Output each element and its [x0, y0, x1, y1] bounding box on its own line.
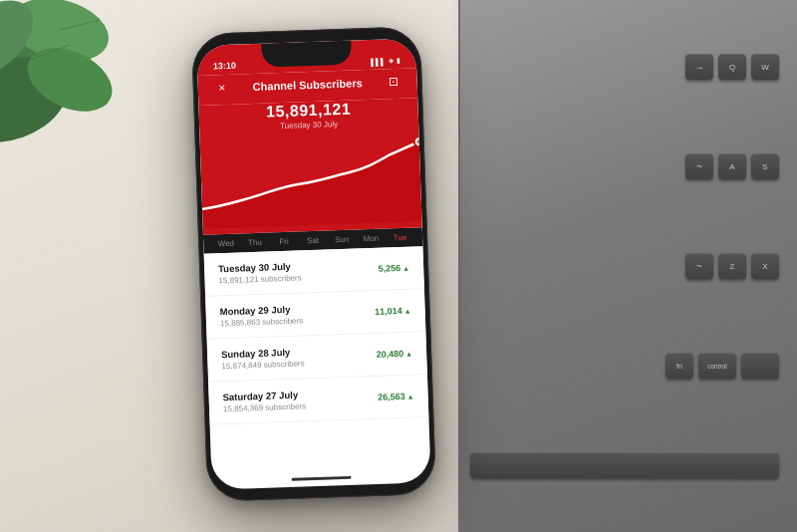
key-row-2: ~ A S — [470, 120, 787, 213]
list-item[interactable]: Monday 29 July 15,885,863 subscribers 11… — [205, 289, 425, 340]
key-tilde[interactable]: ~ — [685, 153, 713, 179]
chart-svg — [200, 132, 422, 229]
day-label-thu: Thu — [240, 238, 269, 248]
phone: 13:10 ▌▌▌ ◈ ▮ × Channel Subscribers ⊡ — [191, 26, 436, 502]
key-row-3: ~ Z X — [470, 219, 787, 313]
status-time: 13:10 — [213, 61, 236, 72]
phone-body: 13:10 ▌▌▌ ◈ ▮ × Channel Subscribers ⊡ — [191, 26, 436, 502]
close-button[interactable]: × — [212, 81, 232, 96]
list-item[interactable]: Sunday 28 July 15,874,849 subscribers 20… — [207, 332, 427, 383]
laptop-keyboard: → Q W ~ A S ~ Z X fn — [458, 0, 797, 532]
day-label-tue: Tue — [386, 232, 414, 242]
phone-notch — [261, 41, 352, 68]
key-row-5 — [470, 418, 787, 512]
key-spacebar[interactable] — [470, 452, 779, 478]
key-option[interactable] — [741, 353, 779, 379]
key-q[interactable]: Q — [718, 54, 746, 80]
item-left-3: Saturday 27 July 15,854,369 subscribers — [222, 389, 306, 413]
key-control[interactable]: control — [698, 353, 736, 379]
phone-screen: 13:10 ▌▌▌ ◈ ▮ × Channel Subscribers ⊡ — [196, 38, 430, 489]
item-subs-1: 15,885,863 subscribers — [220, 316, 303, 328]
item-change-2: 20,480 — [377, 349, 413, 360]
camera-button[interactable]: ⊡ — [383, 75, 402, 90]
list-item[interactable]: Tuesday 30 July 15,891,121 subscribers 5… — [204, 246, 424, 297]
item-left-0: Tuesday 30 July 15,891,121 subscribers — [218, 260, 302, 285]
item-subs-0: 15,891,121 subscribers — [218, 273, 301, 285]
key-fn[interactable]: fn — [665, 353, 693, 379]
item-left-2: Sunday 28 July 15,874,849 subscribers — [221, 346, 305, 371]
key-s[interactable]: S — [751, 153, 779, 179]
key-x[interactable]: X — [751, 253, 779, 279]
battery-icon: ▮ — [397, 57, 400, 65]
signal-icon: ▌▌▌ — [371, 58, 386, 66]
item-subs-2: 15,874,849 subscribers — [221, 359, 304, 371]
key-z[interactable]: Z — [718, 253, 746, 279]
item-subs-3: 15,854,369 subscribers — [223, 401, 306, 413]
day-label-fri: Fri — [269, 237, 298, 247]
day-label-sat: Sat — [298, 236, 327, 246]
day-label-sun: Sun — [328, 234, 357, 244]
item-date-3: Saturday 27 July — [222, 389, 306, 402]
item-change-3: 26,563 — [378, 392, 414, 402]
item-date-1: Monday 29 July — [219, 303, 303, 317]
item-change-1: 11,014 — [375, 306, 411, 317]
status-icons: ▌▌▌ ◈ ▮ — [371, 57, 400, 66]
plant-decoration — [0, 0, 169, 239]
key-a[interactable]: A — [718, 153, 746, 179]
list-item[interactable]: Saturday 27 July 15,854,369 subscribers … — [208, 375, 428, 425]
key-row-1: → Q W — [470, 20, 787, 114]
scene: → Q W ~ A S ~ Z X fn — [0, 0, 797, 532]
key-w[interactable]: W — [751, 54, 779, 80]
laptop-surface: → Q W ~ A S ~ Z X fn — [460, 0, 797, 532]
wifi-icon: ◈ — [389, 57, 394, 65]
item-date-0: Tuesday 30 July — [218, 260, 302, 274]
day-label-wed: Wed — [211, 239, 240, 249]
data-list: Tuesday 30 July 15,891,121 subscribers 5… — [204, 246, 429, 425]
item-date-2: Sunday 28 July — [221, 346, 305, 360]
key-backtick[interactable]: ~ — [685, 253, 713, 279]
key-arrow-right[interactable]: → — [685, 54, 713, 80]
chart-area: 15,891,121 Tuesday 30 July — [198, 98, 421, 235]
key-row-4: fn control — [470, 319, 787, 412]
home-indicator — [291, 476, 351, 481]
item-change-0: 5,256 — [379, 263, 410, 274]
day-label-mon: Mon — [357, 233, 386, 243]
page-title: Channel Subscribers — [232, 76, 384, 93]
item-left-1: Monday 29 July 15,885,863 subscribers — [219, 303, 303, 328]
keyboard-area: → Q W ~ A S ~ Z X fn — [470, 20, 787, 512]
